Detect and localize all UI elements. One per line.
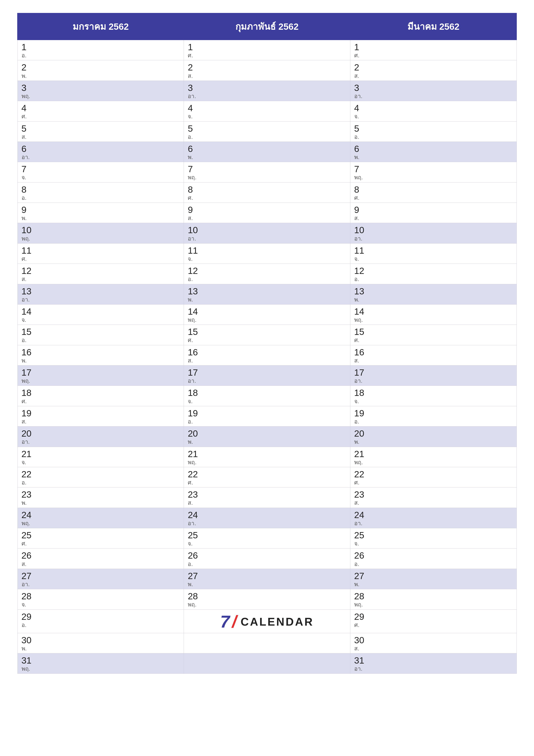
day-abbreviation: พฤ. bbox=[188, 601, 346, 608]
day-number: 20 bbox=[188, 429, 346, 439]
day-abbreviation: พ. bbox=[21, 500, 180, 506]
day-number: 19 bbox=[354, 408, 513, 418]
day-abbreviation: ศ. bbox=[354, 479, 513, 486]
day-cell: 27พ. bbox=[350, 569, 517, 589]
day-cell: 5อ. bbox=[184, 121, 350, 142]
day-number: 24 bbox=[21, 510, 180, 520]
day-cell: 27พ. bbox=[184, 569, 350, 589]
day-number: 3 bbox=[188, 83, 346, 93]
day-number: 22 bbox=[354, 470, 513, 479]
day-cell: 6พ. bbox=[184, 142, 350, 162]
day-cell: 28พฤ. bbox=[184, 589, 350, 609]
day-cell: 16ส. bbox=[350, 345, 517, 365]
day-abbreviation: พฤ. bbox=[188, 459, 346, 466]
day-abbreviation: จ. bbox=[354, 256, 513, 262]
day-cell: 19อ. bbox=[350, 406, 517, 426]
day-number: 16 bbox=[21, 347, 180, 357]
day-cell: 31อา. bbox=[350, 653, 517, 673]
day-cell: 3พฤ. bbox=[17, 81, 184, 101]
day-cell: 24อา. bbox=[184, 508, 350, 528]
day-cell: 18ศ. bbox=[17, 386, 184, 406]
day-cell: 2พ. bbox=[17, 60, 184, 81]
day-cell: 26อ. bbox=[184, 549, 350, 569]
day-cell: 5ส. bbox=[17, 121, 184, 142]
day-cell: 25จ. bbox=[350, 528, 517, 549]
day-abbreviation: จ. bbox=[21, 459, 180, 466]
day-abbreviation: อา. bbox=[188, 93, 346, 99]
logo-wrap: 7/ CALENDAR bbox=[188, 612, 346, 632]
day-cell: 4จ. bbox=[184, 101, 350, 121]
day-cell: 5อ. bbox=[350, 121, 517, 142]
day-cell: 1อ. bbox=[17, 40, 184, 60]
day-abbreviation: อ. bbox=[188, 134, 346, 140]
day-abbreviation: ส. bbox=[354, 645, 513, 652]
day-cell: 10อา. bbox=[184, 223, 350, 243]
day-abbreviation: พ. bbox=[21, 645, 180, 652]
day-abbreviation: อา. bbox=[21, 439, 180, 445]
month-header-2: กุมภาพันธ์ 2562 bbox=[184, 13, 350, 40]
day-cell: 2ส. bbox=[350, 60, 517, 81]
day-abbreviation: ส. bbox=[188, 215, 346, 222]
day-cell: 20พ. bbox=[350, 426, 517, 447]
day-number: 17 bbox=[188, 368, 346, 378]
day-cell: 16ส. bbox=[184, 345, 350, 365]
day-abbreviation: อ. bbox=[21, 195, 180, 201]
day-number: 18 bbox=[188, 388, 346, 398]
day-abbreviation: ศ. bbox=[21, 113, 180, 120]
day-number: 7 bbox=[188, 164, 346, 174]
day-cell: 3อา. bbox=[350, 81, 517, 101]
day-cell: 21จ. bbox=[17, 447, 184, 467]
day-abbreviation: ศ. bbox=[188, 479, 346, 486]
day-abbreviation: อา. bbox=[21, 296, 180, 303]
calendar-table: มกราคม 2562 กุมภาพันธ์ 2562 มีนาคม 2562 … bbox=[17, 13, 517, 674]
day-cell: 24พฤ. bbox=[17, 508, 184, 528]
day-abbreviation: ส. bbox=[21, 134, 180, 140]
day-number: 8 bbox=[354, 185, 513, 195]
day-number: 11 bbox=[354, 246, 513, 256]
day-number: 21 bbox=[188, 449, 346, 459]
day-cell: 23ส. bbox=[184, 487, 350, 508]
day-abbreviation: อ. bbox=[188, 418, 346, 425]
day-cell: 17อา. bbox=[184, 365, 350, 386]
day-cell: 13พ. bbox=[350, 284, 517, 304]
day-number: 22 bbox=[188, 470, 346, 479]
day-cell: 28พฤ. bbox=[350, 589, 517, 609]
day-number: 24 bbox=[354, 510, 513, 520]
day-cell: 12อ. bbox=[350, 264, 517, 284]
day-number: 29 bbox=[21, 612, 180, 622]
day-number: 16 bbox=[188, 347, 346, 357]
day-number: 9 bbox=[21, 205, 180, 215]
day-cell: 24อา. bbox=[350, 508, 517, 528]
day-number: 29 bbox=[354, 612, 513, 622]
day-cell: 2ส. bbox=[184, 60, 350, 81]
day-abbreviation: พฤ. bbox=[188, 174, 346, 181]
empty-day-cell bbox=[184, 653, 350, 673]
day-abbreviation: ศ. bbox=[354, 195, 513, 201]
day-abbreviation: ศ. bbox=[188, 195, 346, 201]
day-number: 21 bbox=[21, 449, 180, 459]
day-number: 12 bbox=[188, 266, 346, 276]
day-abbreviation: จ. bbox=[354, 398, 513, 405]
day-number: 17 bbox=[21, 368, 180, 378]
day-abbreviation: ศ. bbox=[188, 52, 346, 59]
day-cell: 25จ. bbox=[184, 528, 350, 549]
day-cell: 11จ. bbox=[184, 243, 350, 263]
day-number: 27 bbox=[188, 571, 346, 581]
day-cell: 4จ. bbox=[350, 101, 517, 121]
day-cell: 11ศ. bbox=[17, 243, 184, 263]
day-abbreviation: ส. bbox=[354, 357, 513, 364]
day-abbreviation: อ. bbox=[188, 561, 346, 567]
day-cell: 12ส. bbox=[17, 264, 184, 284]
day-cell: 9ส. bbox=[184, 203, 350, 223]
day-number: 21 bbox=[354, 449, 513, 459]
logo-text: CALENDAR bbox=[241, 615, 314, 628]
day-cell: 14พฤ. bbox=[350, 304, 517, 325]
day-abbreviation: พฤ. bbox=[354, 174, 513, 181]
day-abbreviation: ส. bbox=[354, 215, 513, 222]
day-number: 15 bbox=[188, 327, 346, 337]
day-number: 10 bbox=[188, 225, 346, 235]
day-number: 30 bbox=[354, 635, 513, 645]
day-number: 25 bbox=[188, 530, 346, 540]
day-number: 20 bbox=[354, 429, 513, 439]
month-header-3: มีนาคม 2562 bbox=[350, 13, 517, 40]
